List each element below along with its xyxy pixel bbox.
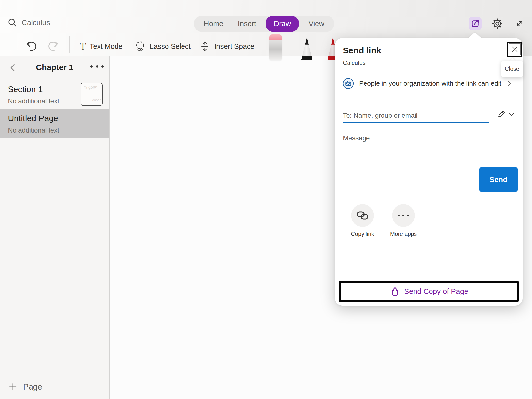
- eraser-pink-tip: [269, 34, 282, 40]
- close-dialog-button[interactable]: [507, 42, 522, 57]
- dialog-title: Send link: [343, 46, 381, 55]
- more-apps-button[interactable]: [392, 204, 415, 227]
- send-copy-label: Send Copy of Page: [404, 287, 468, 296]
- tab-view[interactable]: View: [309, 19, 324, 28]
- dialog-popover-arrow: [468, 32, 482, 39]
- redo-button[interactable]: [47, 37, 60, 56]
- tab-home[interactable]: Home: [204, 19, 223, 28]
- undo-icon: [25, 40, 37, 53]
- text-mode-icon: T: [80, 41, 86, 51]
- eraser-body: [269, 40, 282, 60]
- add-page-row: Page: [0, 376, 109, 399]
- page-title: Untitled Page: [8, 114, 58, 123]
- permission-label: People in your organization with the lin…: [359, 80, 501, 87]
- eraser-tool[interactable]: [269, 34, 282, 60]
- more-apps-label: More apps: [384, 231, 423, 237]
- undo-button[interactable]: [25, 37, 37, 56]
- add-page-label: Page: [23, 382, 42, 392]
- insert-space-label: Insert Space: [214, 42, 254, 50]
- text-mode-label: Text Mode: [90, 42, 123, 50]
- page-subtitle: No additional text: [8, 127, 59, 134]
- gear-icon: [491, 18, 503, 30]
- pencil-icon: [497, 109, 506, 119]
- send-copy-share-icon: [389, 286, 400, 297]
- send-copy-of-page-button[interactable]: Send Copy of Page: [339, 281, 519, 302]
- text-mode-button[interactable]: T Text Mode: [80, 37, 122, 56]
- black-pen-tool[interactable]: [300, 37, 314, 61]
- send-button[interactable]: Send: [479, 167, 518, 192]
- add-page-button[interactable]: Page: [9, 382, 42, 392]
- share-button[interactable]: [469, 17, 482, 30]
- sidebar-header: Chapter 1: [0, 56, 109, 79]
- ribbon-divider: [257, 36, 257, 53]
- copy-link-button[interactable]: [351, 204, 374, 227]
- section-options-button[interactable]: [90, 65, 104, 68]
- settings-button[interactable]: [491, 18, 503, 30]
- send-link-dialog: Send link Calculus People in your organi…: [335, 38, 523, 306]
- thumbnail-handwriting: Trigono: [84, 85, 98, 90]
- lasso-select-icon: [134, 40, 146, 52]
- page-subtitle: No additional text: [8, 98, 59, 105]
- close-tooltip-label: Close: [505, 66, 519, 72]
- close-tooltip: Close: [501, 61, 523, 77]
- tab-draw[interactable]: Draw: [266, 16, 299, 32]
- link-icon: [356, 209, 369, 222]
- insert-space-button[interactable]: Insert Space: [199, 37, 254, 56]
- insert-space-icon: [199, 40, 211, 52]
- lasso-select-button[interactable]: Lasso Select: [134, 37, 191, 56]
- chevron-right-icon: [506, 80, 513, 87]
- edit-permission-button[interactable]: [497, 109, 506, 119]
- organization-briefcase-icon: [342, 78, 354, 89]
- dialog-subtitle: Calculus: [343, 59, 366, 66]
- expand-icon: [514, 18, 525, 29]
- notebook-name-label: Calculus: [22, 18, 50, 27]
- ribbon-divider: [292, 36, 292, 53]
- notebook-search[interactable]: Calculus: [7, 18, 50, 28]
- page-thumbnail: Trigono cosec: [81, 83, 103, 106]
- ribbon-divider: [69, 36, 70, 53]
- ribbon-tab-bar: Home Insert Draw View: [194, 16, 334, 32]
- close-icon: [511, 46, 518, 53]
- close-button-inner: [509, 43, 521, 55]
- recipient-input[interactable]: [343, 109, 489, 123]
- page-list-item-untitled-selected[interactable]: Untitled Page No additional text: [0, 109, 109, 138]
- redo-icon: [47, 40, 60, 53]
- page-title: Section 1: [8, 84, 43, 94]
- search-icon: [7, 18, 17, 28]
- chevron-down-icon: [508, 111, 515, 117]
- onenote-app-window: Calculus Home Insert Draw View: [0, 0, 532, 399]
- plus-icon: [9, 383, 17, 391]
- page-list-sidebar: Chapter 1 Section 1 No additional text T…: [0, 56, 110, 399]
- black-pen-icon: [300, 37, 314, 61]
- share-icon: [469, 18, 481, 30]
- message-input[interactable]: [343, 131, 505, 145]
- copy-link-label: Copy link: [343, 231, 382, 237]
- link-permission-setting[interactable]: People in your organization with the lin…: [342, 78, 513, 89]
- thumbnail-handwriting: cosec: [92, 98, 101, 102]
- page-list-item-section1[interactable]: Section 1 No additional text Trigono cos…: [0, 79, 109, 109]
- lasso-select-label: Lasso Select: [150, 42, 191, 50]
- ellipsis-icon: [398, 215, 409, 216]
- tab-insert[interactable]: Insert: [238, 19, 256, 28]
- fullscreen-button[interactable]: [514, 18, 525, 29]
- recipient-dropdown-button[interactable]: [508, 111, 515, 117]
